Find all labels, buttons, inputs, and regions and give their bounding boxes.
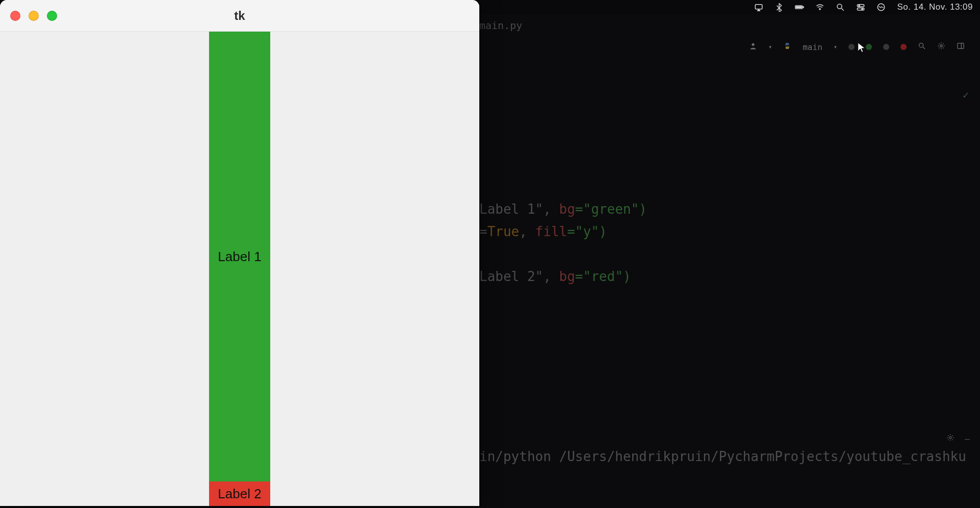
close-button[interactable] (10, 11, 20, 21)
window-title: tk (234, 9, 245, 23)
code-line: Label 2", bg="red") (479, 265, 647, 288)
svg-rect-0 (756, 5, 763, 9)
tk-window: tk Label 1 Label 2 (0, 0, 479, 506)
gear-icon[interactable] (946, 434, 955, 444)
minimize-icon[interactable]: — (965, 434, 970, 444)
user-icon[interactable] (749, 42, 757, 52)
panel-icon[interactable] (957, 42, 965, 52)
python-icon (783, 42, 791, 52)
run-config-name[interactable]: main (803, 42, 822, 52)
wifi-icon[interactable] (815, 3, 824, 12)
tk-label-2: Label 2 (209, 481, 270, 506)
battery-icon[interactable] (795, 3, 804, 12)
menu-clock[interactable]: So. 14. Nov. 13:09 (897, 2, 973, 12)
bluetooth-icon[interactable] (775, 3, 784, 12)
svg-point-13 (752, 43, 754, 46)
inspection-check-icon[interactable]: ✓ (963, 89, 969, 101)
gear-icon[interactable] (937, 42, 945, 52)
debug-icon[interactable] (883, 44, 889, 50)
code-line: =True, fill="y") (479, 220, 647, 243)
svg-point-6 (837, 4, 842, 9)
chevron-down-icon[interactable]: ▾ (834, 43, 837, 50)
tool-window-bar: — (479, 428, 970, 449)
svg-point-14 (919, 43, 923, 47)
ide-toolbar: ▾ main ▾ (749, 42, 965, 52)
build-icon[interactable] (848, 44, 855, 50)
stop-icon[interactable] (900, 44, 907, 50)
svg-point-11 (862, 8, 863, 10)
svg-point-9 (859, 5, 860, 7)
siri-icon[interactable] (876, 3, 886, 12)
run-console-output[interactable]: in/python /Users/hendrikpruin/PycharmPro… (479, 449, 966, 464)
code-editor[interactable]: Label 1", bg="green") =True, fill="y") L… (479, 198, 647, 288)
tk-client-area: Label 1 Label 2 (0, 32, 479, 506)
traffic-lights (10, 11, 57, 21)
editor-tab[interactable]: main.py (479, 19, 522, 32)
code-line: Label 1", bg="green") (479, 198, 647, 220)
control-center-icon[interactable] (856, 3, 865, 12)
svg-point-16 (940, 45, 942, 47)
svg-line-7 (842, 8, 844, 11)
window-titlebar[interactable]: tk (0, 0, 479, 32)
zoom-button[interactable] (47, 11, 57, 21)
screen-mirroring-icon[interactable] (754, 3, 763, 12)
tk-label-1: Label 1 (209, 32, 270, 481)
svg-rect-4 (803, 7, 804, 8)
svg-rect-17 (958, 43, 964, 49)
search-icon[interactable] (918, 42, 926, 52)
minimize-button[interactable] (29, 11, 39, 21)
spotlight-icon[interactable] (836, 3, 845, 12)
svg-point-19 (949, 437, 951, 439)
svg-line-15 (923, 47, 925, 49)
svg-point-5 (819, 8, 821, 10)
chevron-down-icon[interactable]: ▾ (768, 43, 772, 50)
code-blank-line (479, 243, 647, 265)
svg-rect-3 (796, 6, 802, 8)
run-icon[interactable] (866, 44, 872, 50)
